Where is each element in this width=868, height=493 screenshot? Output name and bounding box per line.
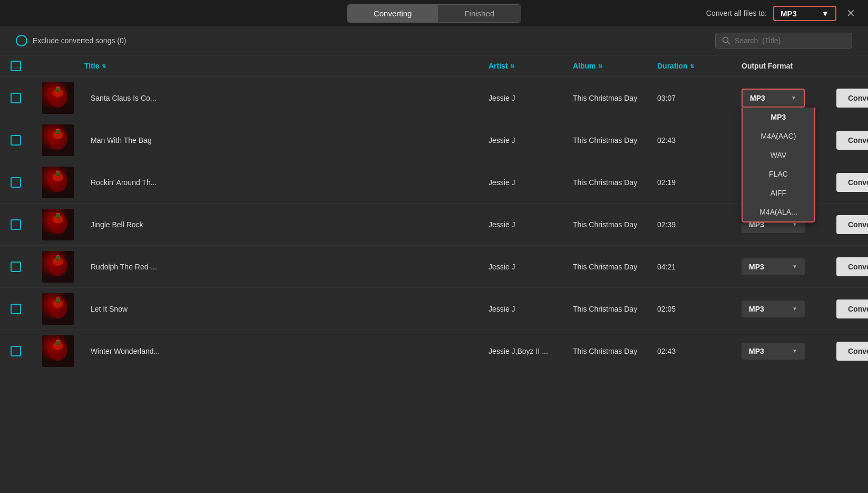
- row-checkbox[interactable]: [11, 219, 21, 230]
- format-option[interactable]: FLAC: [743, 165, 814, 183]
- row-checkbox[interactable]: [11, 304, 21, 314]
- artist-name: Jessie J: [489, 220, 573, 229]
- svg-rect-19: [56, 172, 60, 176]
- header-album[interactable]: Album ⇅: [573, 62, 657, 70]
- artist-sort-icon: ⇅: [510, 63, 514, 69]
- album-art: [42, 251, 74, 283]
- album-name: This Christmas Day: [573, 136, 657, 144]
- tab-finished[interactable]: Finished: [438, 5, 521, 22]
- song-title: Rockin' Around Th...: [84, 178, 489, 187]
- album-name: This Christmas Day: [573, 94, 657, 102]
- convert-button[interactable]: Convert: [836, 299, 868, 318]
- header-title[interactable]: Title ⇅: [84, 62, 489, 70]
- album-art: [42, 335, 74, 367]
- action-cell: Convert ✕: [836, 342, 868, 361]
- row-checkbox[interactable]: [11, 262, 21, 272]
- top-bar: Converting Finished Convert all files to…: [0, 0, 868, 26]
- format-chevron-icon: ▼: [791, 95, 796, 101]
- song-title: Let It Snow: [84, 305, 489, 313]
- album-art: [42, 82, 74, 114]
- action-cell: Convert ✕: [836, 215, 868, 234]
- tab-converting[interactable]: Converting: [347, 5, 438, 22]
- format-chevron-icon: ▼: [792, 348, 797, 354]
- row-checkbox[interactable]: [11, 93, 21, 103]
- row-checkbox-cell: [11, 93, 42, 103]
- format-option[interactable]: WAV: [743, 146, 814, 165]
- row-checkbox[interactable]: [11, 177, 21, 188]
- select-all-checkbox[interactable]: [11, 61, 21, 71]
- row-checkbox-cell: [11, 219, 42, 230]
- table-row: Man With The Bag Jessie J This Christmas…: [0, 119, 868, 161]
- search-input[interactable]: [735, 36, 840, 45]
- convert-button[interactable]: Convert: [836, 89, 868, 108]
- table-header: Title ⇅ Artist ⇅ Album ⇅ Duration ⇅ Outp…: [0, 55, 868, 77]
- format-dropdown[interactable]: MP3 ▼: [742, 258, 805, 275]
- row-checkbox-cell: [11, 304, 42, 314]
- song-duration: 04:21: [657, 263, 742, 271]
- format-chevron-icon: ▼: [792, 306, 797, 312]
- convert-button[interactable]: Convert: [836, 342, 868, 361]
- svg-rect-7: [56, 88, 60, 92]
- album-sort-icon: ⇅: [598, 63, 602, 69]
- search-box: [715, 33, 852, 49]
- format-cell: MP3 ▼ MP3 M4A(AAC) WAV FLAC AIFF M4A(ALA…: [742, 89, 836, 108]
- artist-name: Jessie J: [489, 94, 573, 102]
- artist-name: Jessie J: [489, 178, 573, 187]
- convert-button[interactable]: Convert: [836, 131, 868, 150]
- song-duration: 03:07: [657, 94, 742, 102]
- filter-bar: Exclude converted songs (0): [0, 26, 868, 55]
- duration-sort-icon: ⇅: [690, 63, 694, 69]
- convert-all-dropdown[interactable]: MP3 ▼: [773, 6, 836, 21]
- format-cell: MP3 ▼: [742, 343, 836, 360]
- album-art: [42, 293, 74, 325]
- tab-group: Converting Finished: [347, 4, 521, 23]
- song-duration: 02:39: [657, 220, 742, 229]
- svg-rect-43: [56, 341, 60, 345]
- format-chevron-icon: ▼: [792, 221, 797, 227]
- convert-button[interactable]: Convert: [836, 215, 868, 234]
- format-option[interactable]: M4A(AAC): [743, 127, 814, 146]
- song-title: Santa Claus Is Co...: [84, 94, 489, 102]
- header-duration[interactable]: Duration ⇅: [657, 62, 742, 70]
- svg-rect-13: [56, 130, 60, 134]
- convert-all-label: Convert all files to:: [706, 9, 767, 17]
- format-value: MP3: [750, 94, 765, 102]
- header-format: Output Format: [742, 62, 836, 70]
- exclude-toggle[interactable]: [16, 35, 27, 46]
- format-dropdown[interactable]: MP3 ▼: [742, 301, 805, 317]
- format-dropdown[interactable]: MP3 ▼: [742, 89, 805, 108]
- svg-rect-25: [56, 214, 60, 218]
- song-duration: 02:05: [657, 305, 742, 313]
- header-artist-label: Artist: [489, 62, 508, 70]
- convert-all-section: Convert all files to: MP3 ▼: [706, 6, 836, 21]
- format-dropdown[interactable]: MP3 ▼: [742, 343, 805, 360]
- row-checkbox[interactable]: [11, 135, 21, 146]
- format-dropdown-menu: MP3 M4A(AAC) WAV FLAC AIFF M4A(ALA...: [742, 108, 815, 223]
- search-icon: [722, 36, 730, 45]
- format-option[interactable]: M4A(ALA...: [743, 202, 814, 221]
- format-option[interactable]: MP3: [743, 108, 814, 127]
- action-cell: Convert ✕: [836, 299, 868, 318]
- convert-button[interactable]: Convert: [836, 173, 868, 192]
- header-artist[interactable]: Artist ⇅: [489, 62, 573, 70]
- svg-rect-31: [56, 256, 60, 260]
- header-album-label: Album: [573, 62, 596, 70]
- format-cell: MP3 ▼: [742, 258, 836, 275]
- song-duration: 02:43: [657, 347, 742, 355]
- album-name: This Christmas Day: [573, 305, 657, 313]
- album-name: This Christmas Day: [573, 347, 657, 355]
- convert-button[interactable]: Convert: [836, 257, 868, 276]
- artist-name: Jessie J,Boyz II ...: [489, 347, 573, 355]
- album-name: This Christmas Day: [573, 220, 657, 229]
- album-art: [42, 124, 74, 156]
- artist-name: Jessie J: [489, 136, 573, 144]
- artist-name: Jessie J: [489, 263, 573, 271]
- format-value: MP3: [749, 263, 764, 271]
- format-option[interactable]: AIFF: [743, 183, 814, 202]
- table-row: Rockin' Around Th... Jessie J This Chris…: [0, 161, 868, 204]
- close-button[interactable]: ✕: [842, 5, 860, 22]
- format-value: MP3: [749, 347, 764, 355]
- exclude-label: Exclude converted songs (0): [33, 36, 126, 45]
- row-checkbox[interactable]: [11, 346, 21, 356]
- album-art: [42, 167, 74, 198]
